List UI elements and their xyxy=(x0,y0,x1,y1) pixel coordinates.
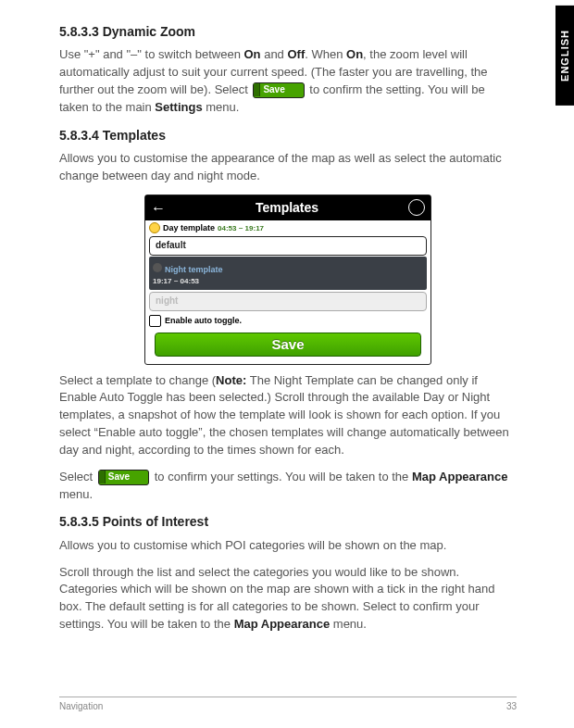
paragraph-poi-body: Scroll through the list and select the c… xyxy=(59,564,517,634)
day-template-label: Day template xyxy=(163,222,215,234)
day-times: 04:53 ~ 19:17 xyxy=(218,223,264,234)
device-save-button[interactable]: Save xyxy=(155,333,421,357)
globe-icon[interactable] xyxy=(408,199,425,216)
save-button-inline-2[interactable]: Save xyxy=(98,470,149,485)
back-icon[interactable]: ← xyxy=(151,197,166,219)
save-button-inline[interactable]: Save xyxy=(253,82,304,98)
heading-templates: 5.8.3.4 Templates xyxy=(59,126,517,144)
templates-screenshot: ← Templates Day template 04:53 ~ 19:17 d… xyxy=(144,195,431,365)
paragraph-templates-body: Select a template to change (Note: The N… xyxy=(59,372,517,459)
night-template-label: Night template xyxy=(165,264,223,276)
footer-page: 33 xyxy=(506,701,517,711)
paragraph-templates-intro: Allows you to customise the appearance o… xyxy=(59,150,517,185)
moon-icon xyxy=(153,263,162,272)
sun-icon xyxy=(149,222,160,233)
heading-poi: 5.8.3.5 Points of Interest xyxy=(59,512,517,531)
auto-toggle-label: Enable auto toggle. xyxy=(165,315,242,327)
night-template-select[interactable]: night xyxy=(149,292,427,311)
day-template-select[interactable]: default xyxy=(149,236,427,256)
paragraph-poi-intro: Allows you to customise which POI catego… xyxy=(59,537,517,555)
device-title: Templates xyxy=(256,198,318,217)
paragraph-templates-save: Select Save to confirm your settings. Yo… xyxy=(59,469,517,504)
language-tab: ENGLISH xyxy=(555,6,574,106)
heading-dynamic-zoom: 5.8.3.3 Dynamic Zoom xyxy=(59,22,517,41)
paragraph-dynamic-zoom: Use "+" and "–" to switch between On and… xyxy=(59,46,517,116)
auto-toggle-checkbox[interactable] xyxy=(149,315,161,327)
night-times: 19:17 ~ 04:53 xyxy=(153,276,423,287)
footer-section: Navigation xyxy=(59,701,103,711)
